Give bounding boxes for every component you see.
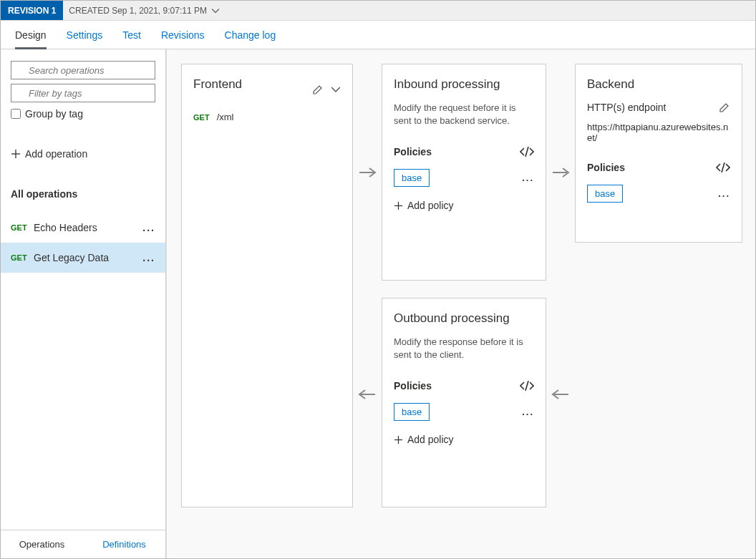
arrow-left-icon (546, 281, 575, 507)
revision-bar: REVISION 1 CREATED Sep 1, 2021, 9:07:11 … (1, 1, 755, 21)
tab-design[interactable]: Design (5, 21, 57, 49)
code-icon[interactable] (520, 381, 534, 391)
more-icon[interactable]: ... (718, 188, 730, 199)
inbound-title: Inbound processing (394, 77, 534, 92)
more-icon[interactable]: ... (522, 172, 534, 183)
inbound-panel: Inbound processing Modify the request be… (382, 64, 546, 281)
edit-icon[interactable] (312, 84, 324, 95)
add-policy-button[interactable]: Add policy (394, 434, 534, 445)
inbound-description: Modify the request before it is sent to … (394, 102, 534, 127)
outbound-panel: Outbound processing Modify the response … (382, 298, 546, 507)
plus-icon (11, 149, 21, 159)
base-policy-pill[interactable]: base (394, 403, 430, 421)
group-by-tag-label: Group by tag (25, 108, 83, 120)
more-icon[interactable]: ... (140, 222, 158, 233)
add-operation-label: Add operation (25, 148, 87, 160)
backend-title: Backend (587, 77, 730, 92)
frontend-title: Frontend (193, 77, 242, 92)
backend-policies-label: Policies (587, 162, 625, 173)
add-policy-label: Add policy (407, 434, 454, 445)
arrow-left-icon (353, 281, 382, 507)
frontend-path: /xml (217, 112, 234, 122)
operations-list: GET Echo Headers ... GET Get Legacy Data… (1, 213, 165, 273)
operation-method: GET (11, 253, 34, 262)
plus-icon (394, 435, 403, 444)
base-policy-pill[interactable]: base (394, 169, 430, 187)
canvas: Frontend GET /xml (166, 49, 755, 558)
search-input[interactable] (11, 61, 155, 79)
tab-changelog[interactable]: Change log (215, 21, 286, 49)
frontend-panel: Frontend GET /xml (181, 64, 353, 507)
edit-icon[interactable] (719, 102, 730, 113)
tabs: Design Settings Test Revisions Change lo… (1, 21, 755, 49)
outbound-policies-label: Policies (394, 380, 432, 392)
tab-settings[interactable]: Settings (57, 21, 113, 49)
add-policy-button[interactable]: Add policy (394, 200, 534, 211)
group-by-tag[interactable]: Group by tag (11, 108, 155, 120)
more-icon[interactable]: ... (522, 407, 534, 417)
outbound-title: Outbound processing (394, 311, 534, 326)
revision-created[interactable]: CREATED Sep 1, 2021, 9:07:11 PM (63, 1, 220, 20)
revision-created-label: CREATED Sep 1, 2021, 9:07:11 PM (69, 6, 207, 16)
plus-icon (394, 201, 403, 210)
operation-item[interactable]: GET Echo Headers ... (1, 213, 165, 243)
group-by-tag-checkbox[interactable] (11, 109, 21, 119)
sidebar-bottom-tabs: Operations Definitions (1, 530, 165, 558)
code-icon[interactable] (520, 147, 534, 157)
outbound-description: Modify the response before it is sent to… (394, 336, 534, 361)
operation-name: Get Legacy Data (34, 252, 140, 263)
inbound-policies-label: Policies (394, 146, 432, 157)
frontend-method: GET (193, 113, 210, 122)
backend-endpoint-url: https://httpapianu.azurewebsites.net/ (587, 122, 730, 143)
operation-item[interactable]: GET Get Legacy Data ... (1, 243, 165, 273)
tab-test[interactable]: Test (112, 21, 151, 49)
add-policy-label: Add policy (407, 200, 454, 211)
code-icon[interactable] (716, 162, 730, 172)
base-policy-pill[interactable]: base (587, 185, 623, 203)
chevron-down-icon[interactable] (211, 6, 220, 15)
tab-revisions[interactable]: Revisions (151, 21, 215, 49)
sidebar-tab-operations[interactable]: Operations (1, 530, 83, 558)
backend-panel: Backend HTTP(s) endpoint https://httpapi… (575, 64, 742, 243)
add-operation-button[interactable]: Add operation (11, 148, 155, 160)
arrow-right-icon (546, 64, 575, 281)
sidebar: Group by tag Add operation All operation… (1, 49, 166, 558)
all-operations-header[interactable]: All operations (11, 188, 155, 200)
more-icon[interactable]: ... (140, 252, 158, 263)
operation-method: GET (11, 223, 34, 232)
arrow-right-icon (353, 64, 382, 281)
sidebar-tab-definitions[interactable]: Definitions (83, 530, 165, 558)
filter-input[interactable] (11, 84, 155, 102)
backend-endpoint-label: HTTP(s) endpoint (587, 102, 666, 113)
operation-name: Echo Headers (34, 222, 140, 233)
chevron-down-icon[interactable] (331, 84, 341, 94)
revision-badge: REVISION 1 (1, 1, 63, 20)
